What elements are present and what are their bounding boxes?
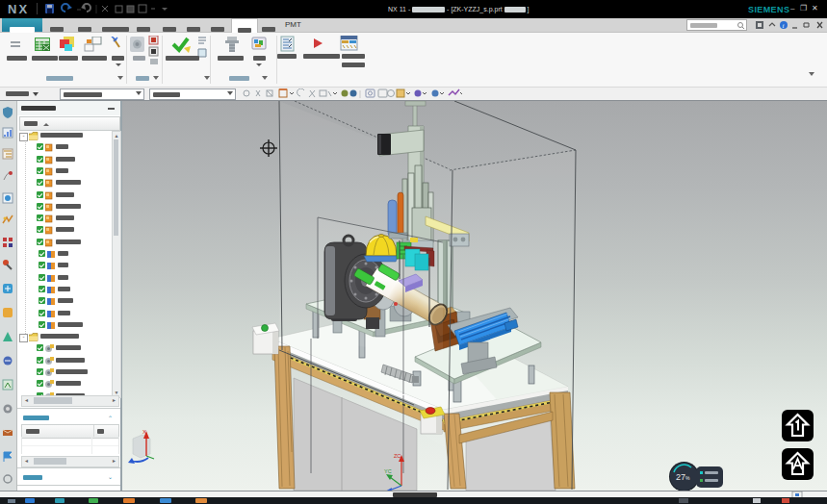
svg-text:X: X [142, 429, 146, 435]
svg-text:YC: YC [384, 468, 392, 474]
svg-text:27%: 27% [676, 472, 690, 482]
svg-text:ZC: ZC [394, 453, 401, 459]
svg-text:i: i [783, 22, 785, 30]
